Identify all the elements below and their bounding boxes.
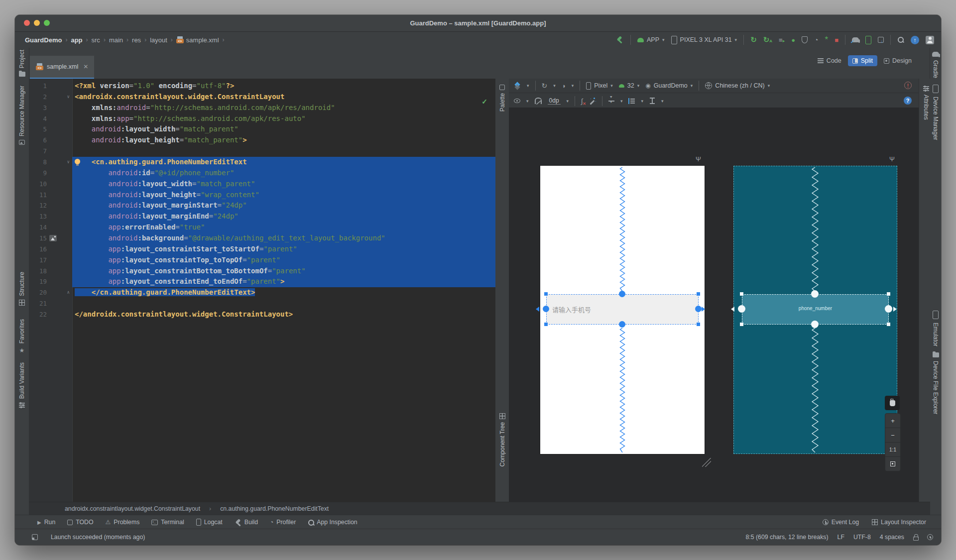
clear-constraints-icon[interactable]: ∫: [581, 97, 583, 105]
code-line-8[interactable]: 8∨ <cn.authing.guard.PhoneNumberEditText: [29, 157, 495, 168]
toolwindow-terminal[interactable]: ›_Terminal: [151, 519, 184, 526]
toolwindow-run[interactable]: ▶Run: [37, 519, 55, 526]
constraint-anchor-bottom[interactable]: [619, 321, 625, 328]
handle-corner[interactable]: [697, 323, 700, 326]
build-hammer-icon[interactable]: [616, 36, 624, 44]
code-line-2[interactable]: 2∨<androidx.constraintlayout.widget.Cons…: [29, 92, 495, 103]
sidebar-item-gradle[interactable]: Gradle: [930, 52, 941, 78]
gradle-sync-icon[interactable]: ✓: [852, 37, 859, 42]
tab-sample-xml[interactable]: sample.xml ✕: [30, 56, 94, 79]
breadcrumb-parent[interactable]: androidx.constraintlayout.widget.Constra…: [65, 505, 200, 512]
sidebar-item-favorites[interactable]: Favorites ★: [15, 319, 29, 354]
constraint-anchor-top[interactable]: [811, 290, 819, 298]
sidebar-item-project[interactable]: Project: [15, 50, 29, 77]
file-encoding[interactable]: UTF-8: [853, 534, 871, 541]
sdk-manager-icon[interactable]: [878, 37, 884, 43]
code-line-4[interactable]: 4 xmlns:app="http://schemas.android.com/…: [29, 113, 495, 124]
zoom-to-fit-button[interactable]: [885, 457, 900, 471]
preview-device-select[interactable]: Pixel▾: [586, 82, 613, 90]
toolwindow-app-inspection[interactable]: App Inspection: [308, 519, 357, 526]
stop-icon[interactable]: ■: [835, 36, 838, 44]
device-select[interactable]: PIXEL 3 XL API 31 ▾: [671, 36, 737, 44]
night-mode-icon[interactable]: ◑: [562, 82, 566, 90]
default-margin-select[interactable]: 0dp: [548, 97, 561, 105]
pack-icon[interactable]: [608, 98, 614, 104]
autoconnect-off-icon[interactable]: [535, 98, 542, 104]
handle-corner[interactable]: [740, 323, 743, 326]
breadcrumb-item[interactable]: res: [132, 36, 141, 44]
toolwindow-layout-inspector[interactable]: Layout Inspector: [872, 519, 926, 526]
sidebar-item-emulator[interactable]: Emulator: [930, 311, 941, 346]
constraint-anchor-end[interactable]: [695, 306, 702, 312]
zoom-out-button[interactable]: −: [885, 428, 900, 443]
drawable-preview-icon[interactable]: [49, 235, 57, 241]
debug-icon[interactable]: ●: [791, 36, 795, 44]
distribute-icon[interactable]: [649, 98, 655, 104]
constraint-anchor-end[interactable]: [885, 305, 892, 313]
apply-changes-restart-icon[interactable]: ↻: [750, 35, 757, 44]
mode-code-button[interactable]: Code: [813, 55, 846, 66]
sidebar-item-build-variants[interactable]: Build Variants: [15, 362, 29, 408]
code-line-13[interactable]: 13 android:layout_marginEnd="24dp": [29, 211, 495, 222]
ide-update-icon[interactable]: ↑: [911, 36, 919, 44]
breadcrumb-item[interactable]: main: [109, 36, 123, 44]
code-line-17[interactable]: 17 app:layout_constraintTop_toTopOf="par…: [29, 255, 495, 266]
profile-avatar[interactable]: [926, 36, 934, 44]
toolwindow-event-log[interactable]: Event Log: [823, 519, 859, 526]
code-line-9[interactable]: 9 android:id="@+id/phone_number": [29, 168, 495, 179]
inspections-ok-icon[interactable]: ✓: [481, 98, 487, 106]
code-line-21[interactable]: 21: [29, 298, 495, 309]
attach-debugger-icon[interactable]: [802, 36, 808, 43]
sidebar-item-structure[interactable]: Structure: [15, 272, 29, 306]
code-line-7[interactable]: 7: [29, 146, 495, 157]
toolwindow-profiler[interactable]: ◔Profiler: [270, 519, 296, 526]
breadcrumb-item[interactable]: src: [92, 36, 100, 44]
handle-corner[interactable]: [544, 292, 548, 296]
toolwindow-todo[interactable]: TODO: [67, 519, 93, 526]
caret-position[interactable]: 8:5 (609 chars, 12 line breaks): [745, 534, 828, 541]
profiler-icon[interactable]: ◔: [814, 36, 818, 44]
code-line-1[interactable]: 1<?xml version="1.0" encoding="utf-8"?>: [29, 81, 495, 92]
handle-corner[interactable]: [887, 323, 890, 326]
handle-corner[interactable]: [887, 292, 890, 296]
align-icon[interactable]: [628, 98, 635, 104]
handle-corner[interactable]: [740, 292, 743, 296]
orientation-icon[interactable]: ↻: [542, 82, 548, 90]
sidebar-item-device-file-explorer[interactable]: Device File Explorer: [930, 352, 941, 414]
design-surface-select-icon[interactable]: [514, 82, 521, 89]
code-line-10[interactable]: 10 android:layout_width="match_parent": [29, 179, 495, 190]
code-line-12[interactable]: 12 android:layout_marginStart="24dp": [29, 200, 495, 211]
code-line-20[interactable]: 20∧ </cn.authing.guard.PhoneNumberEditTe…: [29, 287, 495, 298]
run-list-icon[interactable]: ≡▸: [779, 36, 785, 44]
fold-marker-icon[interactable]: ∧: [62, 287, 72, 298]
render-errors-icon[interactable]: !: [904, 82, 912, 89]
handle-corner[interactable]: [697, 292, 700, 296]
api-level-select[interactable]: 32▾: [619, 82, 639, 89]
code-line-18[interactable]: 18 app:layout_constraintBottom_toBottomO…: [29, 266, 495, 277]
view-options-icon[interactable]: [514, 99, 520, 103]
locale-select[interactable]: Chinese (zh / CN)▾: [705, 82, 770, 89]
toolwindow-toggle-icon[interactable]: [32, 534, 38, 540]
palette-tab[interactable]: Palette: [495, 85, 509, 112]
attributes-tab[interactable]: Attributes: [919, 86, 933, 120]
code-line-15[interactable]: 15 android:background="@drawable/authing…: [29, 233, 495, 244]
code-line-5[interactable]: 5 android:layout_width="match_parent": [29, 124, 495, 135]
constraint-anchor-top[interactable]: [619, 291, 625, 297]
line-ending[interactable]: LF: [837, 534, 844, 541]
breadcrumb-item[interactable]: layout: [150, 36, 167, 44]
device-manager-icon[interactable]: [865, 36, 871, 44]
constraint-anchor-start[interactable]: [738, 305, 745, 313]
component-tree-tab[interactable]: Component Tree: [495, 413, 509, 466]
breadcrumb-item[interactable]: sample.xml: [176, 36, 219, 44]
fold-marker-icon[interactable]: ∨: [62, 157, 72, 168]
mode-split-button[interactable]: Split: [848, 55, 877, 66]
indent-setting[interactable]: 4 spaces: [880, 534, 904, 541]
search-everywhere-icon[interactable]: [897, 36, 904, 43]
handle-corner[interactable]: [544, 323, 548, 326]
notifications-icon[interactable]: [927, 534, 933, 540]
constraint-anchor-bottom[interactable]: [811, 321, 819, 328]
fold-marker-icon[interactable]: ∨: [62, 92, 72, 103]
zoom-actual-size-button[interactable]: 1:1: [885, 443, 900, 457]
code-editor[interactable]: 1<?xml version="1.0" encoding="utf-8"?>2…: [29, 79, 495, 502]
breadcrumb-item[interactable]: app: [71, 36, 82, 44]
